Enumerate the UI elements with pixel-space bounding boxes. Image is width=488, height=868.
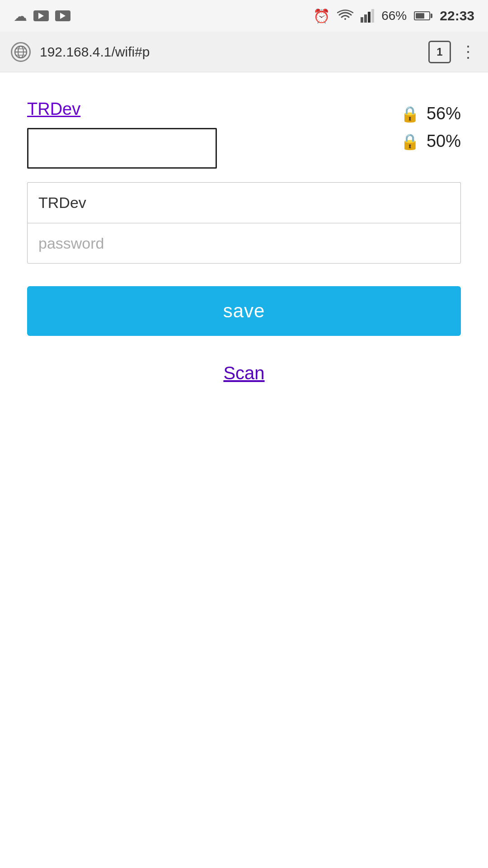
alarm-icon: ⏰ bbox=[313, 8, 330, 24]
main-content: TRDev 🔒 56% 🔒 50% save Scan bbox=[0, 72, 488, 410]
password-input[interactable] bbox=[27, 223, 461, 264]
youtube-icon-2 bbox=[55, 10, 70, 21]
youtube-icon-1 bbox=[33, 10, 49, 21]
lock-percent-2: 50% bbox=[427, 132, 461, 151]
ssid-display-box bbox=[27, 128, 217, 169]
svg-rect-2 bbox=[368, 12, 371, 23]
globe-icon bbox=[11, 42, 31, 62]
status-time: 22:33 bbox=[440, 8, 474, 24]
lock-icon-1: 🔒 bbox=[400, 105, 419, 123]
signal-icon bbox=[361, 9, 374, 23]
svg-rect-1 bbox=[364, 14, 367, 23]
trdev-link[interactable]: TRDev bbox=[27, 99, 217, 119]
status-bar: ☁ ⏰ 66% 22:33 bbox=[0, 0, 488, 32]
lock-row-2: 🔒 50% bbox=[400, 132, 461, 151]
username-input[interactable] bbox=[27, 182, 461, 223]
top-section: TRDev 🔒 56% 🔒 50% bbox=[27, 99, 461, 169]
more-options-icon[interactable]: ⋮ bbox=[460, 42, 477, 61]
lock-percent-1: 56% bbox=[427, 104, 461, 123]
save-button[interactable]: save bbox=[27, 286, 461, 336]
status-bar-left-icons: ☁ bbox=[14, 8, 70, 24]
tab-count-box[interactable]: 1 bbox=[428, 41, 451, 63]
battery-percent-text: 66% bbox=[381, 9, 407, 23]
browser-bar: 192.168.4.1/wifi#p 1 ⋮ bbox=[0, 32, 488, 72]
right-section: 🔒 56% 🔒 50% bbox=[400, 99, 461, 151]
lock-icon-2: 🔒 bbox=[400, 132, 419, 151]
status-bar-right-icons: ⏰ 66% 22:33 bbox=[313, 8, 474, 24]
scan-link[interactable]: Scan bbox=[27, 363, 461, 383]
left-section: TRDev bbox=[27, 99, 217, 169]
browser-url[interactable]: 192.168.4.1/wifi#p bbox=[40, 44, 419, 60]
svg-rect-0 bbox=[361, 17, 363, 23]
tab-count: 1 bbox=[436, 46, 442, 58]
input-group bbox=[27, 182, 461, 264]
svg-rect-3 bbox=[371, 9, 374, 23]
battery-icon bbox=[414, 11, 432, 20]
lock-row-1: 🔒 56% bbox=[400, 104, 461, 123]
wifi-icon bbox=[337, 9, 353, 23]
form-section: save Scan bbox=[27, 182, 461, 383]
cloud-icon: ☁ bbox=[14, 8, 27, 24]
